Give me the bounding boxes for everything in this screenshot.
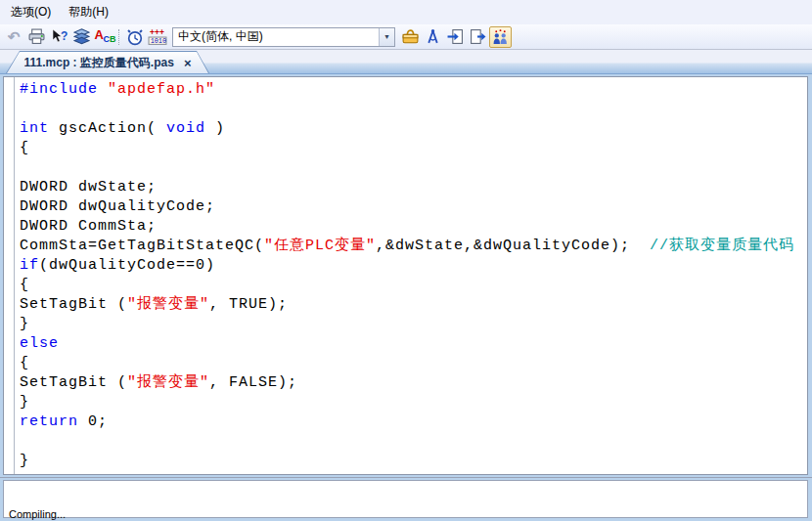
code-line: DWORD CommSta; — [20, 217, 807, 237]
tools-button[interactable] — [422, 26, 444, 48]
svg-text:?: ? — [61, 29, 68, 43]
code-editor[interactable]: #include "apdefap.h" int gscAction( void… — [3, 76, 808, 475]
tab-title: 111.mcp : 监控质量代码.pas — [24, 55, 174, 71]
code-line: if(dwQualityCode==0) — [20, 256, 807, 276]
toolbar-separator — [118, 29, 119, 45]
compile-status-line: Compiling... — [9, 508, 802, 521]
svg-text:1010: 1010 — [150, 37, 165, 45]
code-line: else — [20, 334, 807, 354]
menu-options[interactable]: 选项(O) — [2, 0, 60, 24]
tag-counter-button[interactable]: +++ 1010 — [146, 26, 168, 48]
svg-text:+++: +++ — [150, 28, 164, 37]
code-line: return 0; — [20, 412, 807, 432]
font-abc-icon: A CB — [95, 28, 114, 46]
code-line: SetTagBit ("报警变量", FALSE); — [20, 373, 807, 393]
code-line: CommSta=GetTagBitStateQC("任意PLC变量",&dwSt… — [20, 237, 807, 256]
code-line: } — [20, 393, 807, 412]
font-style-button[interactable]: A CB — [93, 26, 115, 48]
timer-button[interactable] — [123, 26, 146, 48]
code-line: #include "apdefap.h" — [20, 80, 807, 100]
code-line: { — [20, 354, 807, 373]
binary-counter-icon: +++ 1010 — [148, 28, 167, 45]
menu-bar: 选项(O) 帮助(H) — [0, 0, 812, 24]
compile-button[interactable] — [70, 26, 93, 48]
menu-help[interactable]: 帮助(H) — [60, 0, 117, 24]
code-line: SetTagBit ("报警变量", TRUE); — [20, 295, 807, 315]
code-line: { — [20, 139, 807, 158]
tab-document[interactable]: 111.mcp : 监控质量代码.pas × — [6, 51, 209, 73]
toolbar: ↷ ? A CB — [0, 24, 812, 50]
code-line: DWORD dwQualityCode; — [20, 197, 807, 217]
code-line: { — [20, 276, 807, 295]
code-line — [20, 432, 807, 452]
tab-bar: 111.mcp : 监控质量代码.pas × — [0, 50, 812, 74]
import-icon — [447, 28, 464, 45]
export-button[interactable] — [467, 26, 489, 48]
help-pointer-icon: ? — [51, 28, 68, 45]
code-line — [20, 158, 807, 178]
code-line: } — [20, 315, 807, 334]
print-button[interactable] — [25, 26, 48, 48]
library-button[interactable] — [399, 26, 422, 48]
code-line: int gscAction( void ) — [20, 119, 807, 139]
print-icon — [28, 28, 45, 45]
code-line: DWORD dwState; — [20, 178, 807, 197]
code-area[interactable]: #include "apdefap.h" int gscAction( void… — [20, 80, 807, 474]
folder-icon — [401, 28, 420, 45]
language-select[interactable]: 中文(简体, 中国) ▼ — [172, 27, 395, 47]
users-icon — [492, 28, 509, 45]
users-button[interactable] — [489, 26, 512, 48]
help-pointer-button[interactable]: ? — [48, 26, 70, 48]
language-select-value: 中文(简体, 中国) — [178, 28, 263, 45]
export-icon — [470, 28, 486, 45]
editor-frame: #include "apdefap.h" int gscAction( void… — [0, 74, 812, 477]
code-line — [20, 100, 807, 119]
undo-icon: ↷ — [8, 28, 21, 46]
gutter-divider — [14, 77, 15, 474]
undo-button[interactable]: ↷ — [3, 26, 25, 48]
tab-close-icon[interactable]: × — [184, 56, 192, 70]
import-button[interactable] — [444, 26, 467, 48]
dropdown-arrow-icon[interactable]: ▼ — [379, 28, 394, 46]
compile-output: Compiling... 0 Error(s), 0 Warning(s) — [3, 480, 808, 518]
compass-icon — [425, 28, 441, 45]
compile-layers-icon — [73, 28, 90, 45]
clock-icon — [126, 28, 144, 46]
output-frame: Compiling... 0 Error(s), 0 Warning(s) — [0, 477, 812, 521]
code-line: } — [20, 452, 807, 471]
